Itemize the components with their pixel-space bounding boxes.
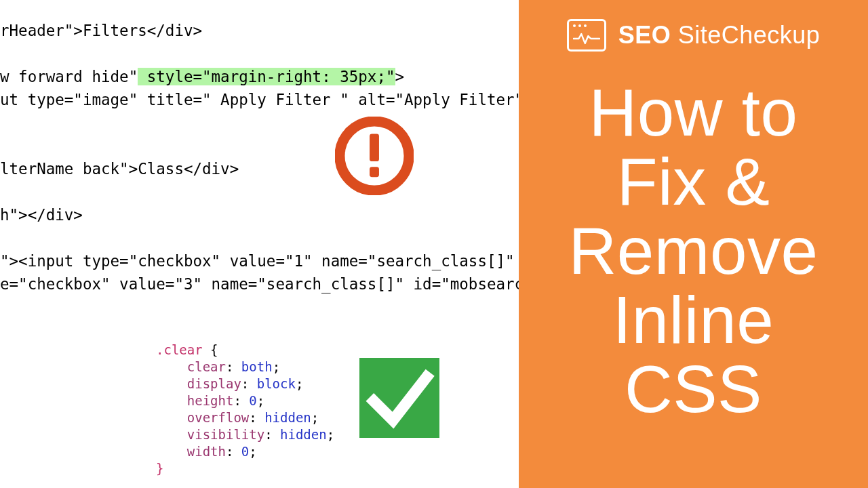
- title-panel: SEO SiteCheckup How toFix &RemoveInlineC…: [519, 0, 868, 488]
- code-line: lterName back">Class</div>: [0, 157, 519, 180]
- code-line: e="checkbox" value="3" name="search_clas…: [0, 272, 519, 296]
- code-line: "><input type="checkbox" value="1" name=…: [0, 249, 519, 272]
- code-line-highlighted: w forward hide" style="margin-right: 35p…: [0, 65, 519, 88]
- brand-row: SEO SiteCheckup: [519, 19, 868, 52]
- svg-rect-2: [370, 167, 379, 177]
- svg-rect-1: [370, 134, 379, 162]
- headline-text: How toFix &RemoveInlineCSS: [519, 79, 868, 424]
- thumbnail-graphic: rHeader">Filters</div> w forward hide" s…: [0, 0, 868, 488]
- code-line: h"></div>: [0, 203, 519, 226]
- inline-style-highlight: style="margin-right: 35px;": [138, 68, 395, 85]
- check-icon: [359, 358, 439, 438]
- warning-icon: [335, 117, 414, 195]
- code-line: ut type="image" title=" Apply Filter " a…: [0, 88, 519, 111]
- css-rule-block: .clear { clear: both; display: block; he…: [156, 342, 334, 477]
- pulse-logo-icon: [567, 19, 606, 52]
- brand-name: SEO SiteCheckup: [618, 21, 821, 49]
- code-line: rHeader">Filters</div>: [0, 19, 519, 42]
